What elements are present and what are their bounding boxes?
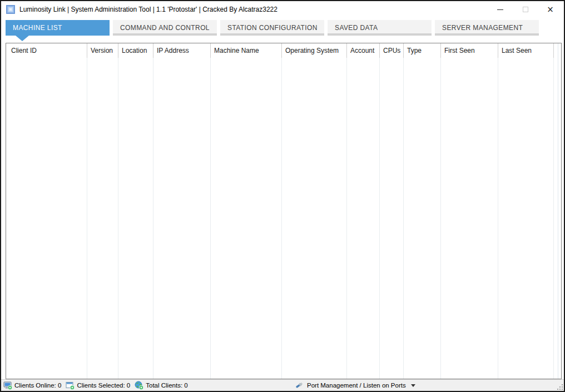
port-management-dropdown[interactable]: Port Management / Listen on Ports bbox=[295, 380, 415, 391]
minimize-icon bbox=[497, 9, 503, 10]
tab-station-configuration[interactable]: STATION CONFIGURATION bbox=[220, 20, 324, 36]
clients-selected-label: Clients Selected: 0 bbox=[77, 382, 130, 389]
status-bar: Clients Online: 0 Clients Selected: 0 bbox=[1, 379, 564, 391]
table-body-grid[interactable] bbox=[6, 58, 561, 379]
tab-server-management[interactable]: SERVER MANAGEMENT bbox=[435, 20, 539, 36]
column-gridline-cpus bbox=[380, 58, 404, 379]
port-management-label: Port Management / Listen on Ports bbox=[307, 382, 406, 389]
column-gridline-client-id bbox=[6, 58, 87, 379]
column-header-account[interactable]: Account bbox=[347, 43, 380, 58]
column-gridline-version bbox=[87, 58, 118, 379]
column-gridline-location bbox=[118, 58, 153, 379]
column-gridline-last-seen bbox=[498, 58, 554, 379]
minimize-button[interactable] bbox=[488, 1, 513, 18]
window-add-icon bbox=[66, 381, 75, 390]
column-gridline-ip-address bbox=[153, 58, 211, 379]
close-button[interactable]: × bbox=[538, 1, 563, 18]
scrollbar-track-edge bbox=[558, 43, 558, 379]
tab-label: MACHINE LIST bbox=[13, 24, 62, 32]
maximize-icon bbox=[523, 7, 528, 12]
column-gridline-operating-system bbox=[282, 58, 347, 379]
active-tab-pointer-icon bbox=[16, 36, 29, 41]
tab-command-and-control[interactable]: COMMAND AND CONTROL bbox=[113, 20, 217, 36]
column-gridline-first-seen bbox=[441, 58, 498, 379]
column-header-type[interactable]: Type bbox=[404, 43, 441, 58]
tab-label: SERVER MANAGEMENT bbox=[442, 24, 523, 32]
column-gridline-type bbox=[404, 58, 441, 379]
titlebar[interactable]: Luminosity Link | System Administration … bbox=[1, 1, 564, 18]
computer-add-icon bbox=[3, 381, 12, 390]
machine-list-panel: Client IDVersionLocationIP AddressMachin… bbox=[6, 43, 562, 379]
maximize-button[interactable] bbox=[513, 1, 538, 18]
tab-label: STATION CONFIGURATION bbox=[227, 24, 318, 32]
column-header-last-seen[interactable]: Last Seen bbox=[498, 43, 554, 58]
clients-online-status: Clients Online: 0 bbox=[3, 381, 61, 390]
column-header-cpus[interactable]: CPUs bbox=[380, 43, 404, 58]
app-icon bbox=[6, 5, 15, 14]
chevron-down-icon bbox=[411, 384, 415, 387]
tab-label: SAVED DATA bbox=[335, 24, 378, 32]
globe-add-icon bbox=[135, 381, 143, 390]
column-header-location[interactable]: Location bbox=[118, 43, 153, 58]
total-clients-status: Total Clients: 0 bbox=[135, 381, 187, 390]
plug-icon bbox=[295, 381, 304, 390]
clients-selected-status: Clients Selected: 0 bbox=[66, 381, 130, 390]
window-controls: × bbox=[488, 1, 563, 18]
column-header-operating-system[interactable]: Operating System bbox=[282, 43, 347, 58]
column-header-first-seen[interactable]: First Seen bbox=[441, 43, 498, 58]
column-header-machine-name[interactable]: Machine Name bbox=[211, 43, 282, 58]
total-clients-label: Total Clients: 0 bbox=[146, 382, 187, 389]
tab-machine-list[interactable]: MACHINE LIST bbox=[6, 20, 110, 36]
clients-online-label: Clients Online: 0 bbox=[14, 382, 61, 389]
resize-grip[interactable] bbox=[555, 382, 563, 390]
table-header-row: Client IDVersionLocationIP AddressMachin… bbox=[6, 43, 561, 58]
column-header-ip-address[interactable]: IP Address bbox=[153, 43, 211, 58]
column-gridline-account bbox=[347, 58, 380, 379]
tab-label: COMMAND AND CONTROL bbox=[120, 24, 210, 32]
column-header-client-id[interactable]: Client ID bbox=[6, 43, 87, 58]
tab-saved-data[interactable]: SAVED DATA bbox=[328, 20, 432, 36]
tab-bar: MACHINE LIST COMMAND AND CONTROL STATION… bbox=[6, 20, 559, 36]
column-header-version[interactable]: Version bbox=[87, 43, 118, 58]
column-gridline-machine-name bbox=[211, 58, 282, 379]
app-window: Luminosity Link | System Administration … bbox=[0, 0, 565, 392]
close-icon: × bbox=[547, 6, 554, 14]
window-title: Luminosity Link | System Administration … bbox=[19, 6, 277, 13]
